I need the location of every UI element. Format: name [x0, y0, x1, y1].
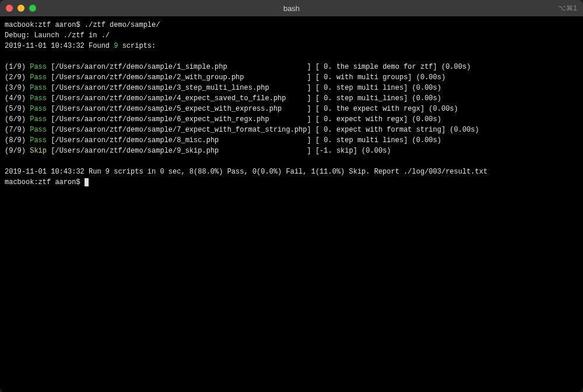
window-title: bash — [283, 4, 300, 13]
result-status: Pass — [30, 105, 47, 113]
result-status: Pass — [30, 115, 47, 123]
entered-command: ./ztf demo/sample/ — [85, 21, 160, 29]
result-row: (9/9) Skip [/Users/aaron/ztf/demo/sample… — [5, 146, 578, 156]
result-row: (2/9) Pass [/Users/aaron/ztf/demo/sample… — [5, 72, 578, 83]
blank-line — [5, 156, 578, 167]
result-detail: [/Users/aaron/ztf/demo/sample/8_misc.php… — [47, 136, 441, 144]
result-detail: [/Users/aaron/ztf/demo/sample/1_simple.p… — [47, 63, 470, 71]
shell-prompt: macbook:ztf aaron$ — [5, 178, 85, 186]
result-row: (6/9) Pass [/Users/aaron/ztf/demo/sample… — [5, 114, 578, 125]
maximize-icon[interactable] — [29, 5, 36, 12]
result-detail: [/Users/aaron/ztf/demo/sample/3_step_mul… — [47, 84, 441, 92]
minimize-icon[interactable] — [17, 5, 24, 12]
debug-line: Debug: Launch ./ztf in ./ — [5, 30, 578, 41]
shell-prompt: macbook:ztf aaron$ — [5, 21, 85, 29]
summary-line: 2019-11-01 10:43:32 Run 9 scripts in 0 s… — [5, 167, 578, 177]
result-index: (8/9) — [5, 136, 30, 144]
result-detail: [/Users/aaron/ztf/demo/sample/5_expect_w… — [47, 105, 458, 113]
result-index: (5/9) — [5, 105, 30, 113]
result-row: (5/9) Pass [/Users/aaron/ztf/demo/sample… — [5, 104, 578, 114]
result-row: (4/9) Pass [/Users/aaron/ztf/demo/sample… — [5, 93, 578, 104]
traffic-lights — [6, 5, 36, 12]
result-row: (8/9) Pass [/Users/aaron/ztf/demo/sample… — [5, 135, 578, 146]
summary-text: Run 9 scripts in 0 sec, 8(88.0%) Pass, 0… — [89, 168, 487, 176]
result-row: (1/9) Pass [/Users/aaron/ztf/demo/sample… — [5, 62, 578, 72]
result-detail: [/Users/aaron/ztf/demo/sample/9_skip.php… — [47, 147, 391, 155]
result-status: Pass — [30, 94, 47, 103]
cursor-icon — [85, 178, 89, 186]
result-detail: [/Users/aaron/ztf/demo/sample/4_expect_s… — [47, 94, 441, 103]
found-suffix: scripts: — [118, 42, 156, 50]
results-list: (1/9) Pass [/Users/aaron/ztf/demo/sample… — [5, 62, 578, 156]
result-detail: [/Users/aaron/ztf/demo/sample/6_expect_w… — [47, 115, 441, 123]
blank-line — [5, 51, 578, 62]
result-status: Skip — [30, 147, 47, 155]
result-status: Pass — [30, 63, 47, 71]
final-prompt-line: macbook:ztf aaron$ — [5, 177, 578, 188]
result-status: Pass — [30, 136, 47, 144]
summary-timestamp: 2019-11-01 10:43:32 — [5, 168, 85, 176]
window-titlebar[interactable]: bash ⌥⌘1 — [0, 0, 583, 16]
timestamp: 2019-11-01 10:43:32 — [5, 42, 85, 50]
result-status: Pass — [30, 84, 47, 92]
result-index: (2/9) — [5, 73, 30, 82]
result-status: Pass — [30, 126, 47, 134]
prompt-line: macbook:ztf aaron$ ./ztf demo/sample/ — [5, 20, 578, 30]
result-index: (1/9) — [5, 63, 30, 71]
result-row: (3/9) Pass [/Users/aaron/ztf/demo/sample… — [5, 83, 578, 93]
result-index: (9/9) — [5, 147, 30, 155]
result-detail: [/Users/aaron/ztf/demo/sample/2_with_gro… — [47, 73, 445, 82]
result-detail: [/Users/aaron/ztf/demo/sample/7_expect_w… — [47, 126, 479, 134]
found-prefix: Found — [89, 42, 114, 50]
result-index: (4/9) — [5, 94, 30, 103]
close-icon[interactable] — [6, 5, 13, 12]
result-index: (6/9) — [5, 115, 30, 123]
found-line: 2019-11-01 10:43:32 Found 9 scripts: — [5, 41, 578, 51]
window-shortcut: ⌥⌘1 — [558, 4, 577, 12]
result-index: (7/9) — [5, 126, 30, 134]
terminal-window: bash ⌥⌘1 macbook:ztf aaron$ ./ztf demo/s… — [0, 0, 583, 392]
result-row: (7/9) Pass [/Users/aaron/ztf/demo/sample… — [5, 125, 578, 135]
result-index: (3/9) — [5, 84, 30, 92]
terminal-output[interactable]: macbook:ztf aaron$ ./ztf demo/sample/Deb… — [0, 16, 583, 392]
result-status: Pass — [30, 73, 47, 82]
